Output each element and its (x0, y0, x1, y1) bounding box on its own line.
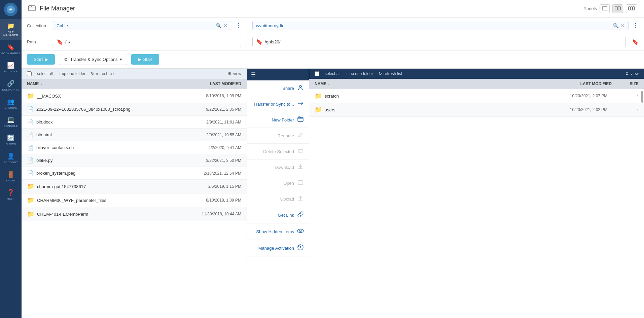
sidebar-item-groups[interactable]: 👥 GROUPS (0, 95, 22, 113)
left-collection-search-icon[interactable]: 🔍 (216, 23, 221, 28)
transfer-sync-label: Transfer or Sync to... (253, 102, 294, 107)
right-refresh-list-action[interactable]: ↻ refresh list (379, 71, 402, 76)
right-name-sort-icon: ↓ (328, 81, 330, 86)
page-title: File Manager (40, 5, 75, 12)
right-path-input[interactable]: /gpfs20/ (265, 39, 622, 44)
start-left-button[interactable]: Start ▶ (27, 54, 55, 65)
context-menu-get-link[interactable]: Get Link (247, 207, 309, 223)
file-manager-icon: 📁 (7, 22, 14, 30)
left-collection-label: Collection (27, 23, 49, 28)
single-panel-button[interactable] (600, 4, 610, 13)
table-row[interactable]: 📄blake.py 3/22/2021, 3:50 PM (22, 154, 247, 167)
sidebar-item-console[interactable]: 💻 CONSOLE (0, 113, 22, 131)
svg-rect-8 (633, 7, 635, 10)
right-view-label: view (631, 71, 639, 76)
sidebar-item-account[interactable]: 👤 ACCOUNT (0, 149, 22, 167)
sidebar-item-console-label: CONSOLE (4, 125, 18, 128)
left-select-all-checkbox[interactable] (27, 71, 32, 76)
file-icon: 📄 (27, 144, 34, 151)
right-collection-input-wrap[interactable]: wvu#thornydtn 🔍 ✕ (252, 21, 629, 30)
start-right-label: Start (143, 57, 152, 62)
folder-icon: 📁 (27, 183, 34, 190)
right-name-column-header[interactable]: NAME ↓ (315, 81, 544, 86)
row-chevron-icon: › (637, 93, 639, 99)
left-path-input[interactable]: /~/ (65, 39, 238, 44)
left-select-all-action[interactable]: select all (37, 71, 53, 76)
right-up-one-folder-action[interactable]: ↑ up one folder (346, 71, 373, 76)
table-row[interactable]: 📄broken_system.jpeg 2/18/2021, 12:54 PM (22, 167, 247, 180)
svg-rect-1 (29, 6, 35, 11)
context-menu-manage-activation[interactable]: Manage Activation (247, 240, 309, 256)
console-icon: 💻 (7, 116, 14, 123)
start-right-button[interactable]: ▶ Start (131, 54, 159, 65)
table-row[interactable]: 📁scratch 10/20/2021, 2:07 PM — › (309, 89, 644, 103)
transfer-options-button[interactable]: ⚙ Transfer & Sync Options ▾ (59, 54, 127, 65)
right-path-save-bookmark-icon[interactable]: 🔖 (632, 39, 639, 45)
left-view-button[interactable]: ⚙ view (228, 71, 241, 76)
right-refresh-label: refresh list (384, 71, 402, 76)
left-modified-column-header[interactable]: LAST MODIFIED (181, 81, 241, 86)
sidebar-item-bookmarks[interactable]: 🔖 BOOKMARKS (0, 40, 22, 58)
right-collection-clear-icon[interactable]: ✕ (621, 23, 625, 28)
left-collection-clear-icon[interactable]: ✕ (223, 23, 227, 28)
left-up-one-folder-action[interactable]: ↑ up one folder (58, 71, 85, 76)
context-menu-share[interactable]: Share (247, 80, 309, 96)
dual-panel-button[interactable] (612, 4, 623, 13)
triple-panel-button[interactable] (626, 4, 637, 13)
table-row[interactable]: 📁__MACOSX 8/10/2018, 1:09 PM (22, 89, 247, 103)
sidebar-item-help[interactable]: ❓ HELP (0, 185, 22, 204)
left-collection-input-wrap[interactable]: Cable 🔍 ✕ (53, 21, 231, 30)
sidebar-item-endpoints[interactable]: 🔗 ENDPOINTS (0, 76, 22, 95)
right-modified-column-header[interactable]: LAST MODIFIED (544, 81, 612, 86)
left-refresh-list-action[interactable]: ↻ refresh list (91, 71, 114, 76)
context-menu-show-hidden[interactable]: Show Hidden Items (247, 223, 309, 240)
file-name: scratch (325, 94, 339, 99)
right-collection-input[interactable]: wvu#thornydtn (256, 23, 611, 28)
left-collection-input[interactable]: Cable (57, 23, 214, 28)
sidebar-item-logout[interactable]: 🚪 LOGOUT (0, 167, 22, 185)
left-path-bar: Path 🔖 /~/ (22, 34, 247, 50)
right-size-column-header[interactable]: SIZE (612, 81, 639, 86)
right-select-all-checkbox[interactable] (315, 71, 319, 76)
main-area: File Manager Panels Collection Cable 🔍 ✕ (22, 0, 644, 318)
left-up-folder-icon: ↑ (58, 71, 60, 76)
transfer-options-label: Transfer & Sync Options (70, 57, 117, 62)
folder-icon: 📁 (27, 210, 34, 218)
context-menu-transfer-sync[interactable]: Transfer or Sync to... (247, 96, 309, 112)
sidebar-item-activity[interactable]: 📈 ACTIVITY (0, 58, 22, 76)
table-row[interactable]: 📄bib.docx 2/9/2021, 11:01 AM (22, 116, 247, 129)
table-row[interactable]: 📁CHEM-401-FEMembPerm 11/30/2018, 10:44 A… (22, 207, 247, 221)
left-name-column-header[interactable]: NAME ↓ (27, 81, 181, 86)
table-row[interactable]: 📄bib.html 2/9/2021, 10:55 AM (22, 129, 247, 141)
table-row[interactable]: 📄bilayer_contacts.sh 4/2/2020, 9:41 AM (22, 141, 247, 154)
left-path-input-wrap[interactable]: 🔖 /~/ (53, 37, 241, 47)
sidebar-item-flows[interactable]: 🔄 FLOWS (0, 131, 22, 149)
left-collection-bar: Collection Cable 🔍 ✕ ⋮ (22, 17, 247, 34)
start-left-play-icon: ▶ (45, 57, 48, 62)
table-row[interactable]: 📄2021-09-22--1632335706_3840x1080_scrot.… (22, 103, 247, 116)
right-view-button[interactable]: ⚙ view (625, 71, 639, 76)
table-row[interactable]: 📁users 10/20/2021, 2:02 PM — › (309, 103, 644, 117)
context-menu-toggle-icon[interactable]: ☰ (251, 71, 256, 78)
right-collection-search-icon[interactable]: 🔍 (613, 23, 619, 28)
file-icon: 📄 (27, 132, 34, 138)
file-size: — (607, 94, 634, 98)
rename-label: Rename (278, 133, 294, 138)
context-menu-new-folder[interactable]: New Folder (247, 112, 309, 128)
table-row[interactable]: 📁CHARMM36_WYF_parameter_files 8/10/2018,… (22, 193, 247, 207)
left-collection-menu-icon[interactable]: ⋮ (235, 22, 241, 29)
context-menu-pane: ☰ Share Transfer or Sync to... New Folde… (247, 69, 309, 318)
left-file-list-header: NAME ↓ LAST MODIFIED (22, 79, 247, 89)
right-collection-menu-icon[interactable]: ⋮ (633, 22, 639, 29)
file-name: blake.py (36, 158, 52, 163)
table-row[interactable]: 📁charmm-gui-1547738617 2/5/2019, 1:15 PM (22, 180, 247, 193)
right-select-all-action[interactable]: select all (325, 71, 341, 76)
context-menu-open: Open (247, 175, 309, 191)
sidebar-item-account-label: ACCOUNT (3, 161, 18, 164)
folder-icon: 📁 (315, 106, 322, 113)
sidebar-item-file-manager[interactable]: 📁 FILE MANAGER (0, 19, 22, 40)
open-icon (297, 179, 304, 187)
header: File Manager Panels (22, 0, 644, 17)
left-file-toolbar: select all ↑ up one folder ↻ refresh lis… (22, 69, 247, 79)
right-path-input-wrap[interactable]: 🔖 /gpfs20/ (252, 37, 626, 47)
